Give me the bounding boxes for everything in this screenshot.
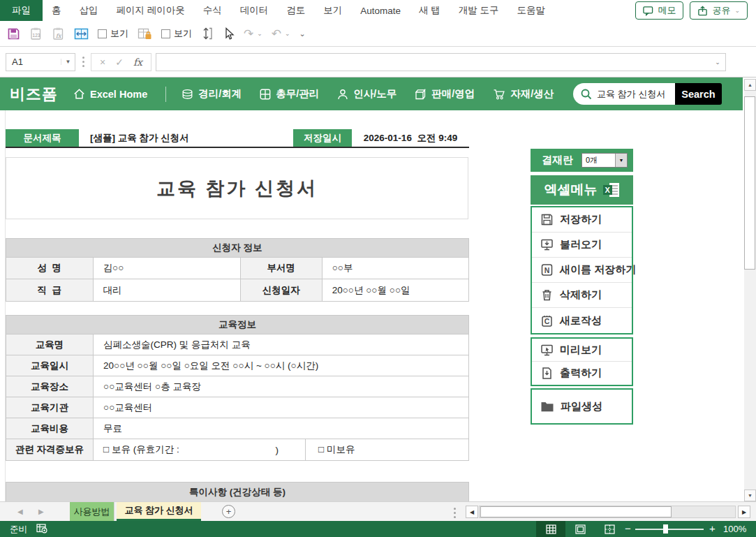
approval-count-select[interactable]: 0개 ▼: [581, 153, 628, 168]
save-button[interactable]: [7, 27, 20, 41]
ribbon-tab-file[interactable]: 파일: [0, 0, 43, 21]
search-button[interactable]: Search: [675, 83, 722, 105]
checkbox-icon[interactable]: [98, 29, 107, 38]
scroll-up-icon[interactable]: ▲: [744, 79, 756, 91]
insert-function-icon[interactable]: fx: [133, 57, 142, 68]
ribbon-tab-view[interactable]: 보기: [314, 0, 351, 21]
cert-not-have-option[interactable]: □ 미보유: [306, 439, 468, 460]
macro-record-icon[interactable]: [36, 523, 48, 534]
search-field[interactable]: [573, 83, 675, 105]
page-break-view-button[interactable]: [595, 521, 624, 537]
paste-values-icon[interactable]: 123: [29, 27, 43, 41]
ribbon-tab-new-tab[interactable]: 새 탭: [410, 0, 450, 21]
checkbox-icon[interactable]: [161, 29, 170, 38]
undo-button[interactable]: ↶ ⌄: [272, 28, 290, 40]
ready-status: 준비: [10, 524, 27, 536]
select-cursor-icon[interactable]: [223, 27, 235, 41]
apply-date-value[interactable]: 20○○년 ○○월 ○○일: [323, 279, 468, 301]
view-checkbox-2-label: 보기: [174, 27, 192, 40]
new-doc-menu-button[interactable]: C 새로작성: [532, 308, 632, 333]
search-input[interactable]: [597, 89, 672, 99]
sheet-nav-left-icon[interactable]: ◀: [17, 508, 23, 515]
name-value[interactable]: 김○○: [94, 258, 241, 279]
protect-sheet-button[interactable]: [138, 27, 152, 41]
coins-icon: [181, 89, 193, 100]
ribbon-tab-help[interactable]: 도움말: [508, 0, 555, 21]
formula-input[interactable]: [156, 54, 710, 71]
ribbon-tab-home[interactable]: 홈: [43, 0, 71, 21]
vertical-scrollbar[interactable]: ▲ ▼: [744, 79, 756, 501]
hscroll-right-icon[interactable]: ▶: [738, 506, 750, 518]
course-fee-value[interactable]: 무료: [94, 418, 468, 439]
nav-materials[interactable]: 자재/생산: [493, 87, 554, 101]
chevron-down-icon[interactable]: ⌄: [257, 30, 262, 37]
customize-toolbar-button[interactable]: ⌄: [299, 29, 306, 38]
ribbon-tab-automate[interactable]: Automate: [351, 0, 410, 21]
department-value[interactable]: ○○부: [323, 258, 468, 279]
comments-button[interactable]: 메모: [635, 1, 683, 20]
save-as-menu-button[interactable]: N 새이름 저장하기: [532, 258, 632, 283]
zoom-level[interactable]: 100%: [723, 524, 746, 534]
hscroll-left-icon[interactable]: ◀: [466, 506, 478, 518]
view-checkbox-2[interactable]: 보기: [161, 27, 192, 40]
delete-menu-button[interactable]: 삭제하기: [532, 283, 632, 308]
file-create-menu-button[interactable]: 파일생성: [532, 390, 632, 423]
ribbon-tab-insert[interactable]: 삽입: [71, 0, 108, 21]
course-org-value[interactable]: ○○교육센터: [94, 397, 468, 418]
zoom-slider-thumb[interactable]: [663, 524, 668, 534]
enter-icon[interactable]: ✓: [115, 57, 124, 68]
nav-excel-home[interactable]: Excel Home: [73, 88, 147, 100]
grid-icon: [260, 89, 271, 100]
ribbon-tab-page-layout[interactable]: 페이지 레이아웃: [108, 0, 194, 21]
preview-menu-button[interactable]: 미리보기: [532, 339, 632, 362]
formula-bar-expand-icon[interactable]: ⌄: [710, 59, 725, 66]
share-button[interactable]: 공유 ⌄: [690, 1, 748, 20]
approval-line-box: 결재란 0개 ▼: [531, 149, 633, 172]
vertical-scrollbar-thumb[interactable]: [744, 96, 755, 270]
redo-button[interactable]: ↷ ⌄: [244, 28, 262, 40]
view-checkbox-1[interactable]: 보기: [98, 27, 128, 40]
table-row: 교육기관 ○○교육센터: [6, 397, 468, 418]
course-name-value[interactable]: 심폐소생술(CPR) 및 응급처치 교육: [94, 334, 468, 355]
page-layout-view-button[interactable]: [565, 521, 595, 537]
dropdown-arrow-icon[interactable]: ▼: [615, 154, 627, 167]
nav-admin[interactable]: 총무/관리: [260, 87, 319, 101]
horizontal-scrollbar-thumb[interactable]: [480, 506, 672, 517]
ribbon-tab-formulas[interactable]: 수식: [194, 0, 231, 21]
row-height-button[interactable]: [201, 27, 214, 41]
add-sheet-icon[interactable]: +: [222, 505, 235, 518]
ribbon-tab-data[interactable]: 데이터: [231, 0, 278, 21]
scroll-down-icon[interactable]: ▼: [744, 490, 756, 501]
zoom-out-icon[interactable]: −: [625, 522, 631, 534]
nav-hr[interactable]: 인사/노무: [337, 87, 396, 101]
normal-view-button[interactable]: [536, 521, 565, 537]
save-menu-button[interactable]: 저장하기: [532, 207, 632, 233]
position-value[interactable]: 대리: [94, 279, 241, 301]
excel-logo-icon: X: [603, 182, 620, 198]
sheet-nav-right-icon[interactable]: ▶: [38, 508, 44, 515]
course-datetime-value[interactable]: 20○○년 ○○월 ○○일 ○요일 오전 ○○시 ~ ○○시 (○시간): [94, 355, 468, 376]
zoom-in-icon[interactable]: +: [709, 522, 716, 534]
column-width-button[interactable]: [74, 27, 89, 41]
nav-sales[interactable]: 판매/영업: [415, 87, 475, 101]
nav-accounting[interactable]: 경리/회계: [181, 87, 242, 101]
drag-handle-icon[interactable]: [454, 508, 456, 518]
sheet-tab-usage[interactable]: 사용방법: [70, 502, 114, 521]
cancel-icon[interactable]: ×: [100, 57, 105, 68]
share-icon: [697, 6, 708, 16]
cert-have-option[interactable]: □ 보유 (유효기간 : ): [94, 439, 306, 460]
load-menu-button[interactable]: 불러오기: [532, 233, 632, 258]
paste-formulas-icon[interactable]: fx: [52, 27, 65, 41]
ribbon-tab-review[interactable]: 검토: [277, 0, 314, 21]
bizforms-logo[interactable]: 비즈폼: [10, 84, 58, 105]
chevron-down-icon[interactable]: ⌄: [285, 30, 290, 37]
ribbon-tab-dev-tools[interactable]: 개발 도구: [450, 0, 508, 21]
print-menu-button[interactable]: 출력하기: [532, 362, 632, 385]
course-place-value[interactable]: ○○교육센터 ○층 교육장: [94, 376, 468, 397]
zoom-slider[interactable]: [635, 529, 704, 530]
sheet-tab-application-form[interactable]: 교육 참가 신청서: [117, 502, 201, 521]
cart-icon: [493, 89, 505, 100]
horizontal-scrollbar[interactable]: [479, 506, 736, 518]
name-box[interactable]: A1 ▼: [6, 53, 75, 71]
name-box-dropdown-icon[interactable]: ▼: [61, 59, 75, 65]
